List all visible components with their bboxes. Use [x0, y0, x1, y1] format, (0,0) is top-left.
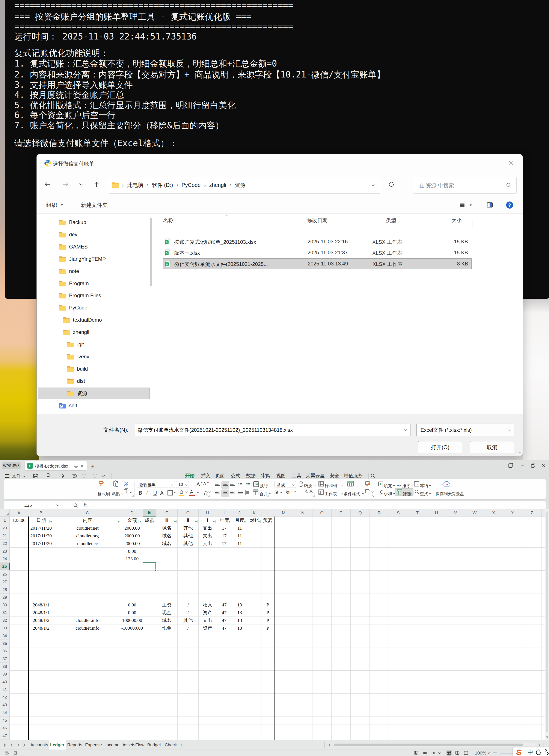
restore-icon[interactable]: [530, 463, 536, 468]
zoom-slider[interactable]: [500, 753, 514, 753]
freeze-dropdown-icon[interactable]: [428, 484, 431, 487]
sheet-nav-next-icon[interactable]: [16, 743, 20, 747]
font-size-combobox[interactable]: 10: [176, 481, 189, 488]
row-header-29[interactable]: 29: [0, 594, 10, 601]
formula-input[interactable]: [94, 502, 94, 508]
align-left-icon[interactable]: [215, 491, 220, 495]
currency-icon[interactable]: ¥: [275, 490, 278, 495]
currency-dropdown-icon[interactable]: [279, 491, 282, 494]
vscroll-thumb[interactable]: [546, 511, 548, 732]
filename-combobox[interactable]: 微信支付账单流水文件(20251021-20251102)_2025110313…: [135, 424, 410, 436]
redo-icon[interactable]: [92, 473, 98, 479]
nav-up-button[interactable]: [93, 172, 100, 197]
sort-label[interactable]: 排序: [402, 483, 410, 489]
number-format-combobox[interactable]: 常规: [274, 481, 296, 488]
row-header-35[interactable]: 35: [0, 640, 10, 647]
fill-dropdown-icon[interactable]: [392, 484, 395, 487]
ribbon-tab-页面[interactable]: 页面: [215, 473, 225, 479]
row-header-32[interactable]: 32: [0, 617, 10, 624]
nav-back-button[interactable]: [44, 172, 51, 197]
print-preview-icon[interactable]: [71, 473, 77, 479]
save-icon[interactable]: [33, 473, 39, 479]
undo-icon[interactable]: [81, 473, 87, 479]
tree-item-note[interactable]: note: [59, 265, 79, 277]
copy-dropdown-icon[interactable]: [129, 491, 132, 494]
sheet-nav-last-icon[interactable]: [22, 743, 26, 747]
nav-recent-dropdown[interactable]: [77, 172, 85, 197]
row-header-45[interactable]: 45: [0, 717, 10, 724]
cancel-button[interactable]: 取消: [470, 441, 514, 453]
fill-icon[interactable]: [378, 481, 383, 487]
column-header-N[interactable]: N: [293, 509, 312, 517]
zoom-formula-icon[interactable]: [73, 503, 78, 508]
column-header-V[interactable]: V: [446, 509, 465, 517]
sheet-vscrollbar[interactable]: [545, 509, 549, 740]
sheet-tab-Expense[interactable]: Expense: [84, 740, 103, 750]
breadcrumb-item[interactable]: 软件 (D:): [150, 182, 175, 189]
row-header-46[interactable]: 46: [0, 724, 10, 732]
filter-button-G[interactable]: [194, 520, 198, 523]
row-header-27[interactable]: 27: [0, 578, 10, 586]
zoom-out-button[interactable]: [493, 753, 497, 753]
hscroll-track[interactable]: [333, 743, 537, 747]
status-cell-icon[interactable]: [5, 751, 9, 755]
tree-item-ProgramFiles[interactable]: Program Files: [59, 290, 101, 301]
filter-button-L[interactable]: [270, 520, 273, 523]
file-menu-button[interactable]: 文件: [12, 473, 21, 479]
worksheet-label[interactable]: 工作表: [325, 491, 337, 497]
row-header-22[interactable]: 22: [0, 540, 10, 547]
column-header-M[interactable]: M: [274, 509, 293, 517]
breadcrumb-item[interactable]: 资源: [233, 182, 248, 189]
column-header-date[interactable]: 修改日期: [307, 217, 327, 224]
rows-cols-icon[interactable]: [318, 481, 324, 487]
hscroll-left-icon[interactable]: [328, 744, 331, 747]
decimal-increase-icon[interactable]: .0₀→: [309, 490, 316, 493]
sheet-tab-Income[interactable]: Income: [103, 740, 122, 750]
selected-cell[interactable]: [143, 562, 156, 570]
column-header-P[interactable]: P: [331, 509, 351, 517]
address-dropdown-icon[interactable]: [371, 183, 375, 188]
hscroll-right-icon[interactable]: [538, 744, 541, 747]
tree-item-[interactable]: 资源: [67, 388, 87, 399]
hscroll-thumb[interactable]: [334, 744, 523, 746]
print-icon[interactable]: [58, 473, 64, 479]
column-header-K[interactable]: K: [247, 509, 262, 517]
ribbon-tab-天翼云盘[interactable]: 天翼云盘: [306, 473, 325, 479]
row-header-30[interactable]: 30: [0, 601, 10, 609]
chevron-down-icon[interactable]: [487, 752, 490, 754]
sum-label[interactable]: 求和: [384, 491, 392, 497]
align-top-icon[interactable]: [215, 482, 220, 487]
cloud-icon[interactable]: [442, 481, 450, 488]
filter-label[interactable]: 筛选: [403, 491, 411, 497]
column-header-F[interactable]: F: [156, 509, 178, 517]
filter-dropdown-icon[interactable]: [411, 492, 414, 495]
search-box[interactable]: 在 资源 中搜索: [413, 177, 517, 194]
hamburger-icon[interactable]: [5, 474, 10, 478]
chevron-down-icon[interactable]: [438, 752, 441, 754]
ribbon-tab-工具[interactable]: 工具: [292, 473, 301, 479]
tree-item-venv[interactable]: .venv: [67, 351, 89, 362]
row-header-38[interactable]: 38: [0, 663, 10, 670]
tree-item-Program[interactable]: Program: [59, 278, 89, 289]
align-bottom-icon[interactable]: [230, 482, 235, 487]
sheet-tab-Ledger[interactable]: Ledger: [49, 740, 66, 750]
font-name-combobox[interactable]: 微软雅黑: [137, 481, 175, 488]
document-tab[interactable]: S 模板-Ledgert.xlsx: [25, 461, 87, 470]
ribbon-tab-增值服务[interactable]: 增值服务: [344, 473, 363, 479]
sheet-nav-prev-icon[interactable]: [10, 743, 14, 747]
organize-button[interactable]: 组织: [46, 196, 64, 214]
fill-color-dropdown-icon[interactable]: [185, 491, 188, 494]
italic-button[interactable]: I: [146, 490, 148, 496]
sheet-tab-Budget[interactable]: Budget: [145, 740, 163, 750]
sort-dropdown-icon[interactable]: [411, 484, 414, 487]
font-color-dropdown-icon[interactable]: [197, 491, 200, 494]
worksheet-icon[interactable]: [318, 489, 324, 495]
wrap-text-icon[interactable]: [253, 481, 259, 487]
percent-icon[interactable]: %: [286, 490, 290, 495]
punct-icon[interactable]: [544, 748, 549, 756]
tree-item-build[interactable]: build: [67, 363, 88, 375]
column-header-name[interactable]: 名称: [163, 217, 174, 224]
moon-icon[interactable]: [536, 749, 542, 755]
worksheet-dropdown-icon[interactable]: [340, 492, 343, 495]
column-header-I[interactable]: I: [217, 509, 232, 517]
